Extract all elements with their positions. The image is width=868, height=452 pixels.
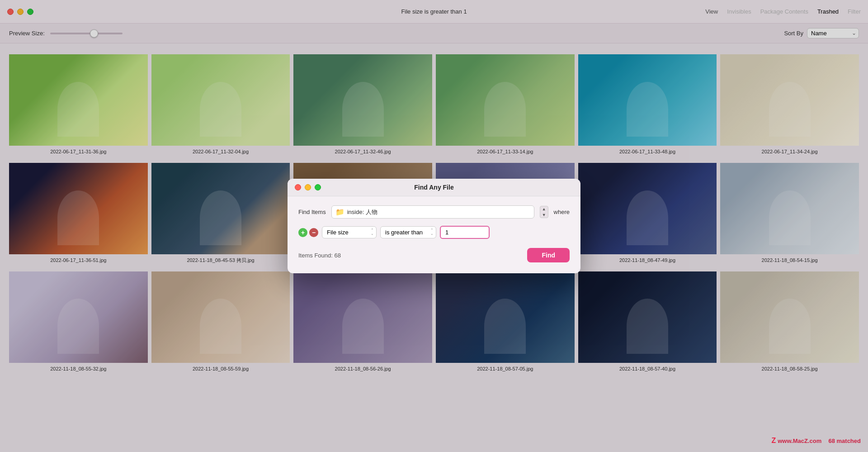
find-items-label: Find Items [298,209,326,215]
watermark-url: www.MacZ.com [778,438,821,444]
modal-body: Find Items 📁 inside: 人物 ▲ ▼ where + − [288,196,580,273]
stepper-down[interactable]: ▼ [540,212,548,218]
watermark-z: Z [771,437,776,445]
modal-traffic-lights [295,184,321,190]
match-count: 68 matched [828,438,861,444]
items-found-label: Items Found: 68 [298,252,341,259]
find-button[interactable]: Find [527,248,570,262]
add-criteria-button[interactable]: + [298,228,307,237]
criteria-field-wrapper[interactable]: File size File name Date modified Date c… [322,226,377,238]
find-any-file-modal: Find Any File Find Items 📁 inside: 人物 ▲ … [288,179,580,273]
stepper-up[interactable]: ▲ [540,206,548,212]
modal-close-button[interactable] [295,184,301,190]
where-label: where [554,209,570,215]
add-remove-buttons: + − [298,228,318,237]
modal-footer: Items Found: 68 Find [298,248,570,262]
modal-maximize-button[interactable] [315,184,321,190]
inside-label: inside: 人物 [347,208,377,216]
modal-title: Find Any File [414,184,453,191]
modal-title-bar: Find Any File [288,179,580,196]
folder-chip[interactable]: 📁 inside: 人物 [331,205,534,219]
criteria-condition-wrapper[interactable]: is greater than is less than equals [380,226,436,238]
find-items-row: Find Items 📁 inside: 人物 ▲ ▼ where [298,205,570,219]
modal-overlay: Find Any File Find Items 📁 inside: 人物 ▲ … [0,0,868,452]
remove-criteria-button[interactable]: − [309,228,318,237]
location-stepper[interactable]: ▲ ▼ [540,206,548,219]
criteria-condition-select[interactable]: is greater than is less than equals [380,226,436,238]
folder-icon: 📁 [335,208,344,216]
criteria-row: + − File size File name Date modified Da… [298,226,570,239]
criteria-field-select[interactable]: File size File name Date modified Date c… [322,226,377,238]
modal-minimize-button[interactable] [305,184,311,190]
criteria-value-input[interactable] [440,226,490,239]
watermark: Z www.MacZ.com 68 matched [771,437,861,445]
